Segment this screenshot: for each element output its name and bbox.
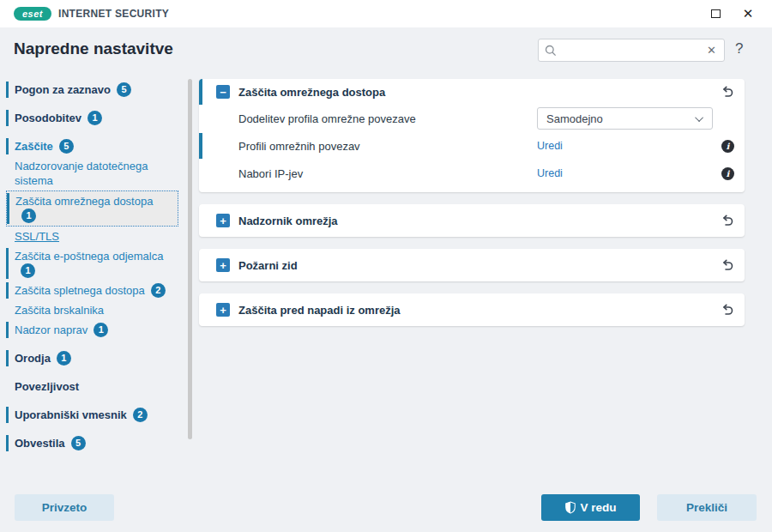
sidebar-item-label: Zaščite <box>15 140 53 153</box>
sidebar-item[interactable]: Uporabniški vmesnik2 <box>0 405 197 425</box>
undo-button[interactable] <box>721 304 734 317</box>
select-value: Samodejno <box>546 112 697 125</box>
sidebar-item[interactable]: Obvestila5 <box>0 433 197 453</box>
settings-row: Nabori IP-jevUredii <box>199 160 745 187</box>
badge: 1 <box>57 351 71 366</box>
sidebar-item[interactable]: Zaščita e-poštnega odjemalca1 <box>0 246 197 281</box>
row-label: Dodelitev profila omrežne povezave <box>238 112 416 125</box>
badge: 1 <box>93 323 108 337</box>
sidebar-item-label: Nadzorovanje datotečnega sistema <box>15 160 148 187</box>
sidebar-item-label: Nadzor naprav <box>15 323 87 336</box>
info-icon[interactable]: i <box>721 140 734 153</box>
sidebar-item-label: Orodja <box>15 352 51 365</box>
header: Napredne nastavitve ✕ ? <box>0 27 772 72</box>
search-input[interactable] <box>561 44 705 57</box>
sidebar-item[interactable]: Zaščita brskalnika <box>0 300 197 320</box>
sidebar-item-label: Posodobitev <box>15 112 81 124</box>
edit-link[interactable]: Uredi <box>537 140 563 152</box>
badge: 5 <box>117 82 131 97</box>
edit-link[interactable]: Uredi <box>537 167 563 179</box>
section-title: Nadzornik omrežja <box>238 215 338 227</box>
sidebar-item-label: Povezljivost <box>15 380 79 393</box>
sidebar-item[interactable]: Nadzor naprav1 <box>0 320 197 340</box>
sidebar-item-label: Zaščita spletnega dostopa <box>15 284 145 297</box>
sidebar-item[interactable]: Pogon za zaznavo5 <box>0 80 197 100</box>
undo-button[interactable] <box>721 86 734 99</box>
settings-section: +Požarni zid <box>199 249 745 281</box>
cancel-button[interactable]: Prekliči <box>657 494 757 521</box>
expand-icon[interactable]: + <box>216 303 230 317</box>
undo-button[interactable] <box>721 215 734 227</box>
maximize-icon <box>711 9 721 18</box>
sidebar-item-label: SSL/TLS <box>15 230 59 243</box>
expand-icon[interactable]: + <box>216 214 230 227</box>
sidebar-item[interactable]: Zaščita omrežnega dostopa1 <box>6 190 178 227</box>
sidebar-item[interactable]: Zaščite5 <box>0 136 197 156</box>
search-box[interactable]: ✕ <box>538 39 725 62</box>
sidebar-item-label: Zaščita omrežnega dostopa <box>15 195 153 208</box>
page-title: Napredne nastavitve <box>14 39 173 58</box>
badge: 5 <box>71 436 86 450</box>
sidebar-item-label: Uporabniški vmesnik <box>15 408 127 421</box>
uac-shield-icon <box>564 501 576 514</box>
settings-section: −Zaščita omrežnega dostopaDodelitev prof… <box>199 79 745 192</box>
undo-button[interactable] <box>721 259 734 272</box>
product-name: INTERNET SECURITY <box>58 8 169 20</box>
close-button[interactable]: ✕ <box>736 3 760 24</box>
badge: 2 <box>151 283 166 298</box>
badge: 1 <box>21 209 36 223</box>
close-icon: ✕ <box>743 6 754 21</box>
row-label: Nabori IP-jev <box>238 167 303 180</box>
sidebar-item[interactable]: Povezljivost <box>0 377 197 396</box>
sidebar-item-label: Zaščita brskalnika <box>15 304 104 317</box>
eset-logo: eset <box>14 7 51 21</box>
settings-section: +Zaščita pred napadi iz omrežja <box>199 293 745 326</box>
select-dropdown[interactable]: Samodejno <box>537 107 713 130</box>
sidebar-item[interactable]: Posodobitev1 <box>0 108 197 128</box>
section-header[interactable]: +Zaščita pred napadi iz omrežja <box>199 293 745 326</box>
sidebar-item[interactable]: Zaščita spletnega dostopa2 <box>0 281 197 300</box>
search-icon <box>545 45 557 57</box>
help-icon[interactable]: ? <box>735 40 743 57</box>
sidebar-item-label: Zaščita e-poštnega odjemalca <box>15 250 163 263</box>
sidebar-scrollbar[interactable] <box>188 79 192 439</box>
sidebar-item[interactable]: Orodja1 <box>0 348 197 368</box>
search-clear-icon[interactable]: ✕ <box>705 44 718 57</box>
section-title: Zaščita omrežnega dostopa <box>238 86 385 99</box>
sidebar-item[interactable]: SSL/TLS <box>0 227 197 246</box>
badge: 2 <box>133 408 148 422</box>
badge: 1 <box>87 111 102 125</box>
sidebar-item-label: Obvestila <box>15 437 65 450</box>
default-button[interactable]: Privzeto <box>15 494 114 521</box>
sidebar-nav: Pogon za zaznavo5Posodobitev1Zaščite5Nad… <box>0 72 197 484</box>
badge: 1 <box>21 263 35 278</box>
section-title: Požarni zid <box>238 259 298 272</box>
titlebar: eset INTERNET SECURITY ✕ <box>0 0 772 27</box>
row-label: Profili omrežnih povezav <box>238 140 360 153</box>
section-header[interactable]: +Požarni zid <box>199 249 745 281</box>
settings-section: +Nadzornik omrežja <box>199 204 745 237</box>
section-header[interactable]: −Zaščita omrežnega dostopa <box>199 79 745 105</box>
ok-button[interactable]: V redu <box>541 494 640 521</box>
sidebar-item[interactable]: Nadzorovanje datotečnega sistema <box>0 156 197 190</box>
settings-row: Profili omrežnih povezavUredii <box>199 132 745 160</box>
ok-button-label: V redu <box>580 501 616 514</box>
badge: 5 <box>59 139 74 154</box>
section-title: Zaščita pred napadi iz omrežja <box>238 304 401 317</box>
info-icon[interactable]: i <box>721 167 734 180</box>
expand-icon[interactable]: + <box>216 258 230 272</box>
collapse-icon[interactable]: − <box>216 85 230 99</box>
settings-content: −Zaščita omrežnega dostopaDodelitev prof… <box>199 72 745 326</box>
settings-row: Dodelitev profila omrežne povezaveSamode… <box>199 105 745 132</box>
section-header[interactable]: +Nadzornik omrežja <box>199 204 745 237</box>
maximize-button[interactable] <box>703 3 727 24</box>
sidebar-item-label: Pogon za zaznavo <box>15 83 111 96</box>
